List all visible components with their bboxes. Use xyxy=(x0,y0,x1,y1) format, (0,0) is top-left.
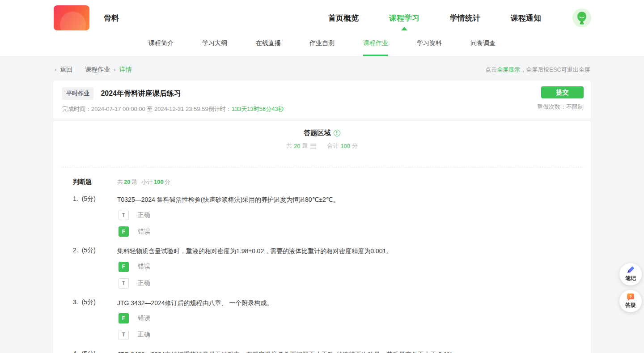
option-T[interactable]: T正确 xyxy=(119,210,591,220)
questions-list: 1.(5分) T0325—2024 集料碱活性检验(快速砂浆棒法)采用的养护温度… xyxy=(53,186,591,353)
option-F[interactable]: F错误 xyxy=(119,226,591,237)
option-checkbox[interactable]: T xyxy=(119,330,129,340)
option-checkbox[interactable]: F xyxy=(119,262,129,272)
qa-button[interactable]: ? 答疑 xyxy=(619,290,642,312)
tab-syllabus[interactable]: 学习大纲 xyxy=(202,36,227,56)
assignment-time-row: 完成时间：2024-07-17 00:00:00 至 2024-12-31 23… xyxy=(62,105,584,113)
tab-course-intro[interactable]: 课程简介 xyxy=(148,36,174,56)
tab-self-test[interactable]: 作业自测 xyxy=(309,36,335,56)
breadcrumb-current: 详情 xyxy=(119,66,132,74)
option-T[interactable]: T正确 xyxy=(119,330,591,340)
question-number: 4.(5分) xyxy=(73,350,117,353)
section-title: 判断题 xyxy=(73,178,117,186)
info-icon[interactable]: ! xyxy=(334,130,340,136)
breadcrumb-bar: ‹ 返回 课程作业 › 详情 点击全屏显示，全屏后按ESC可退出全屏 xyxy=(0,56,644,81)
sub-nav: 课程简介 学习大纲 在线直播 作业自测 课程作业 学习资料 问卷调查 xyxy=(0,36,644,56)
tab-live-stream[interactable]: 在线直播 xyxy=(256,36,281,56)
chevron-right-icon: › xyxy=(114,66,115,73)
back-button[interactable]: 返回 xyxy=(60,66,72,74)
submit-button[interactable]: 提交 xyxy=(541,86,584,98)
question-text: T0325—2024 集料碱活性检验(快速砂浆棒法)采用的养护温度为恒温80℃±… xyxy=(117,195,584,204)
tab-course-homework[interactable]: 课程作业 xyxy=(363,36,388,56)
question-score: (5分) xyxy=(82,350,96,353)
header-top: 骨料 首页概览 课程学习 学情统计 课程通知 + xyxy=(0,0,644,36)
app-title: 骨料 xyxy=(104,13,119,23)
total-suffix: 题 xyxy=(302,142,308,150)
question-item: 1.(5分) T0325—2024 集料碱活性检验(快速砂浆棒法)采用的养护温度… xyxy=(53,195,591,237)
balloon-mascot-icon: + xyxy=(574,10,589,26)
tab-study-materials[interactable]: 学习资料 xyxy=(417,36,442,56)
question-number: 3.(5分) xyxy=(73,298,117,307)
option-label: 正确 xyxy=(138,211,150,219)
answer-area-title: 答题区域 xyxy=(304,129,331,137)
question-score: (5分) xyxy=(82,195,96,202)
notes-button[interactable]: 笔记 xyxy=(619,263,642,285)
question-options: F错误T正确 xyxy=(53,313,591,340)
question-score: (5分) xyxy=(82,298,96,306)
question-score: (5分) xyxy=(82,247,96,254)
option-label: 错误 xyxy=(138,228,150,236)
option-label: 错误 xyxy=(138,314,150,322)
redo-count-label: 重做次数：不限制 xyxy=(537,103,584,111)
nav-home-overview[interactable]: 首页概览 xyxy=(328,13,359,23)
question-bubble-icon: ? xyxy=(626,293,635,301)
fullscreen-hint: 点击全屏显示，全屏后按ESC可退出全屏 xyxy=(485,66,590,74)
pen-icon xyxy=(626,266,635,274)
completion-time: 完成时间：2024-07-17 00:00:00 至 2024-12-31 23… xyxy=(62,106,232,112)
question-text: 集料轻物质含量试验时，重液的相对密度为1.98±0.02，需要的液体比重计的相对… xyxy=(117,247,584,255)
total-prefix: 共 xyxy=(286,142,292,150)
section-counts: 共20题 小计100分 xyxy=(117,178,170,186)
assignment-card: 平时作业 2024年骨料讲座课后练习 完成时间：2024-07-17 00:00… xyxy=(53,81,591,119)
nav-learning-stats[interactable]: 学情统计 xyxy=(450,13,480,23)
tab-questionnaire[interactable]: 问卷调查 xyxy=(470,36,496,56)
breadcrumb-parent[interactable]: 课程作业 xyxy=(85,66,110,74)
score-suffix: 分 xyxy=(352,142,358,150)
option-checkbox[interactable]: F xyxy=(119,313,129,323)
option-checkbox[interactable]: F xyxy=(119,226,129,237)
user-avatar[interactable]: + xyxy=(572,9,591,27)
header: 骨料 首页概览 课程学习 学情统计 课程通知 + 课程简介 学习大纲 在线直播 … xyxy=(0,0,644,56)
option-checkbox[interactable]: T xyxy=(119,210,129,220)
option-label: 正确 xyxy=(138,331,150,339)
assignment-type-badge: 平时作业 xyxy=(62,87,93,100)
question-options: T正确F错误 xyxy=(53,210,591,237)
option-T[interactable]: T正确 xyxy=(119,278,591,289)
svg-text:?: ? xyxy=(629,294,632,299)
chevron-left-icon: ‹ xyxy=(55,66,56,73)
question-text: JTG 3432—2024中的恒重指的是烘干过程中，在规定温度条件下间隔不小于2… xyxy=(117,350,584,353)
question-list-icon[interactable] xyxy=(310,144,316,149)
question-item: 4.(5分) JTG 3432—2024中的恒重指的是烘干过程中，在规定温度条件… xyxy=(53,350,591,353)
fullscreen-hint-prefix: 点击 xyxy=(485,66,497,73)
option-label: 正确 xyxy=(138,279,150,287)
fullscreen-hint-suffix: ，全屏后按ESC可退出全屏 xyxy=(520,66,590,73)
total-count: 20 xyxy=(294,143,300,149)
question-item: 3.(5分) JTG 3432—2024修订后的规程由八章、 一个附录构成。 F… xyxy=(53,298,591,340)
answer-area-card: 答题区域 ! 共20题 合计100分 判断题 共20题 小计100分 1.(5分… xyxy=(53,121,591,353)
breadcrumb: ‹ 返回 课程作业 › 详情 xyxy=(55,66,132,74)
nav-course-notice[interactable]: 课程通知 xyxy=(511,13,541,23)
countdown-value: 133天13时56分43秒 xyxy=(232,106,284,112)
assignment-title: 2024年骨料讲座课后练习 xyxy=(101,89,181,97)
option-checkbox[interactable]: T xyxy=(119,278,129,289)
answer-area-counts: 共20题 合计100分 xyxy=(53,142,591,150)
answer-area-header: 答题区域 ! xyxy=(53,129,591,137)
section-header: 判断题 共20题 小计100分 xyxy=(53,167,591,186)
question-item: 2.(5分) 集料轻物质含量试验时，重液的相对密度为1.98±0.02，需要的液… xyxy=(53,247,591,288)
option-F[interactable]: F错误 xyxy=(119,262,591,272)
score-prefix: 合计 xyxy=(327,142,339,150)
question-number: 1.(5分) xyxy=(73,195,117,204)
qa-label: 答疑 xyxy=(625,302,636,309)
score-value: 100 xyxy=(340,143,350,149)
app-logo[interactable] xyxy=(54,5,89,30)
option-label: 错误 xyxy=(138,263,150,271)
question-text: JTG 3432—2024修订后的规程由八章、 一个附录构成。 xyxy=(117,298,584,307)
nav-course-learning[interactable]: 课程学习 xyxy=(389,13,419,23)
question-options: F错误T正确 xyxy=(53,262,591,289)
main-nav: 首页概览 课程学习 学情统计 课程通知 xyxy=(328,13,541,23)
floating-buttons: 笔记 ? 答疑 xyxy=(619,263,642,312)
option-F[interactable]: F错误 xyxy=(119,313,591,323)
fullscreen-link[interactable]: 全屏显示 xyxy=(497,66,520,73)
question-number: 2.(5分) xyxy=(73,247,117,255)
svg-text:+: + xyxy=(585,12,587,15)
notes-label: 笔记 xyxy=(625,275,636,282)
